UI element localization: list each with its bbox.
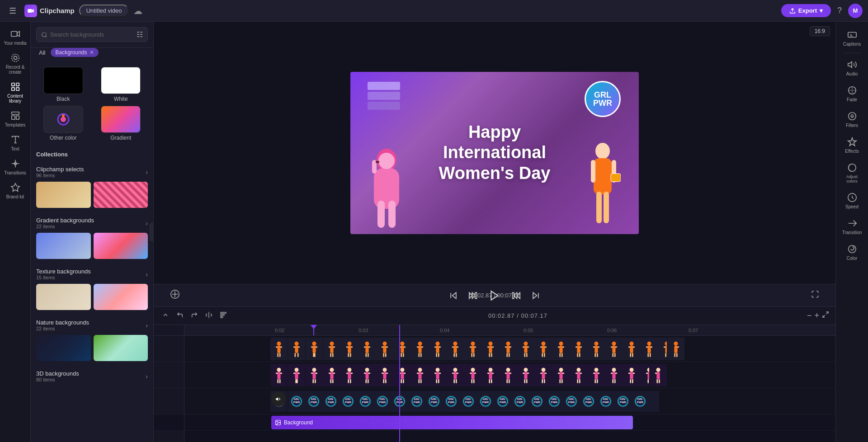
sidebar-item-text[interactable]: Text [0,131,31,155]
svg-rect-65 [333,347,335,348]
zoom-fit-button[interactable] [822,311,829,320]
svg-rect-11 [16,116,19,119]
track-clip-3[interactable]: GRLPWR GRLPWRGRLPWRGRLPWRGRLPWRGRLPWRGRL… [270,391,659,412]
swatch-gradient[interactable]: Gradient [94,106,148,141]
collection-3d-backgrounds[interactable]: 3D backgrounds 80 items › [31,366,153,390]
track-clip-2[interactable] [270,364,667,386]
collection-texture-backgrounds[interactable]: Texture backgrounds 15 items › [31,263,153,315]
collection-gradient-backgrounds[interactable]: Gradient backgrounds 22 items › [31,212,153,263]
undo-button[interactable] [175,310,185,322]
filter-backgrounds-active[interactable]: Backgrounds ✕ [51,48,98,57]
swatch-black-preview [43,67,83,94]
svg-point-265 [506,368,510,372]
panel-scroll[interactable]: Black White Other color [31,61,153,442]
cloud-icon[interactable]: ☁ [133,5,142,16]
svg-rect-184 [677,347,679,348]
filter-all[interactable]: All [36,48,48,57]
svg-rect-29 [596,192,602,223]
right-sidebar-item-speed[interactable]: Speed [836,188,868,214]
right-sidebar-item-transition[interactable]: Transition [836,214,868,240]
timeline-scroll-area[interactable]: 0:02 0:03 0:04 0:05 0:06 0:07 [184,325,835,442]
right-sidebar-item-adjust-colors[interactable]: Adjustcolors [836,158,868,188]
collection-clipchamp-selects[interactable]: Clipchamp selects 96 items › [31,161,153,212]
collection-arrow-icon: › [146,271,148,278]
help-button[interactable]: ? [837,6,842,15]
svg-rect-276 [526,379,528,383]
skip-to-start-button[interactable] [447,289,460,302]
background-clip-icon [275,419,281,426]
sidebar-item-transitions[interactable]: Transitions [0,155,31,179]
search-input[interactable] [50,31,132,38]
sidebar-item-templates[interactable]: Templates [0,107,31,131]
split-button[interactable] [203,310,214,322]
right-sidebar-item-color[interactable]: Color [836,240,868,265]
sidebar-label-record-create: Record &create [6,65,25,75]
svg-text:GRL: GRL [414,397,420,400]
track-clip-1[interactable]: // Inline content for orange chars [270,338,684,360]
playback-bar: 00:02.87 / 00:07.17 [154,284,835,306]
svg-rect-272 [524,372,527,379]
svg-rect-255 [470,373,472,374]
zoom-out-button[interactable]: − [807,311,812,320]
svg-point-56 [312,342,316,346]
svg-text:GRL: GRL [586,397,592,400]
sidebar-item-brand-kit[interactable]: Brand kit [0,179,31,203]
fullscreen-button[interactable] [811,290,819,301]
track-row-3: GRLPWR GRLPWRGRLPWRGRLPWRGRLPWRGRLPWRGRL… [184,388,835,414]
zoom-in-button[interactable]: + [814,311,819,320]
svg-point-116 [489,342,493,346]
swatch-other-color[interactable]: Other color [36,106,90,141]
svg-rect-125 [509,347,512,348]
svg-rect-147 [577,346,580,353]
svg-rect-53 [298,347,300,348]
sidebar-item-record-create[interactable]: Record &create [0,49,31,78]
video-title[interactable]: Untitled video [79,5,129,17]
svg-rect-91 [403,353,404,357]
sidebar-item-content-library[interactable]: Contentlibrary [0,78,31,107]
avatar[interactable]: M [848,4,863,18]
svg-rect-232 [404,373,406,374]
collection-nature-backgrounds[interactable]: Nature backgrounds 22 items › [31,315,153,366]
sidebar-label-text: Text [11,146,19,151]
panel-collapse-button[interactable]: ‹ [150,223,154,241]
swatch-white[interactable]: White [94,67,148,102]
svg-rect-148 [576,347,578,348]
svg-rect-305 [612,379,613,383]
right-sidebar-item-fade[interactable]: Fade [836,81,868,107]
export-button[interactable]: Export ▾ [781,4,831,17]
timeline-collapse-button[interactable] [160,310,171,322]
redo-button[interactable] [189,310,200,322]
playhead [313,325,314,335]
right-sidebar-item-effects[interactable]: Effects [836,132,868,158]
svg-rect-45 [277,346,280,353]
svg-rect-284 [559,372,562,379]
clip-add-button[interactable] [170,289,180,301]
remove-filter-icon[interactable]: ✕ [90,49,94,56]
svg-rect-30 [604,192,609,223]
svg-rect-52 [293,347,296,348]
svg-marker-33 [453,292,456,298]
search-box[interactable]: ☷ [36,27,148,42]
svg-rect-216 [350,379,351,383]
background-clip[interactable]: Background [271,416,633,429]
swatch-black[interactable]: Black [36,67,90,102]
filter-button[interactable]: ☷ [137,30,143,39]
svg-rect-244 [439,373,441,374]
svg-rect-240 [420,379,422,383]
svg-point-80 [383,342,387,346]
svg-rect-166 [628,347,631,348]
properties-button[interactable] [218,310,229,322]
right-sidebar-item-filters[interactable]: Filters [836,107,868,132]
svg-text:GRL: GRL [397,397,403,400]
right-sidebar-item-captions[interactable]: Captions [836,25,868,51]
hamburger-button[interactable]: ☰ [5,4,20,18]
right-sidebar-item-audio[interactable]: Audio [836,55,868,81]
aspect-ratio-badge[interactable]: 16:9 [810,26,830,36]
svg-rect-288 [561,379,563,383]
sidebar-item-your-media[interactable]: Your media [0,25,31,49]
svg-rect-150 [577,353,578,357]
svg-rect-209 [330,379,331,383]
svg-point-176 [665,342,667,346]
skip-to-end-button[interactable] [529,289,542,302]
svg-point-98 [436,342,440,346]
